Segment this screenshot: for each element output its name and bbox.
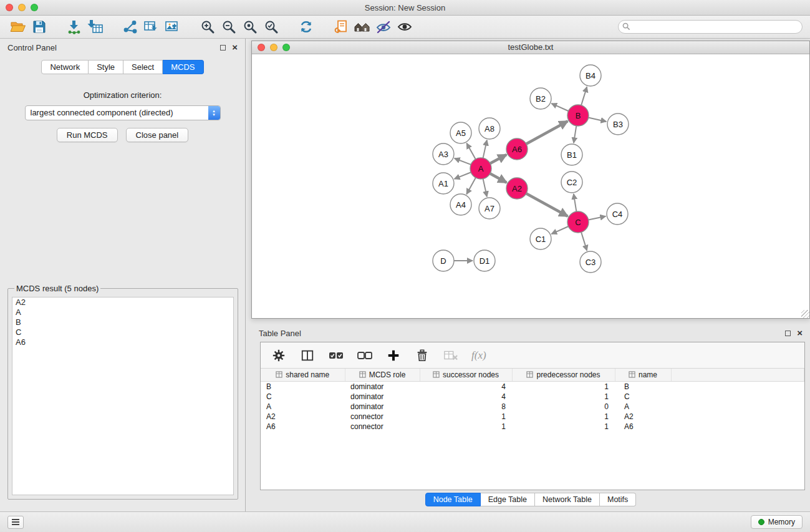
edge-A-A5[interactable] [466,143,475,160]
import-network-icon[interactable] [64,17,85,36]
column-selector-icon[interactable] [299,347,316,364]
table-row[interactable]: Adominator80A [261,402,804,412]
result-list-item[interactable]: A [12,307,233,317]
edge-A-A2[interactable] [490,173,507,183]
edge-A6-B[interactable] [526,121,568,144]
edge-C-C1[interactable] [551,226,568,234]
edge-A-A3[interactable] [455,158,471,165]
node-A8[interactable]: A8 [479,118,500,139]
close-panel-button[interactable]: Close panel [126,128,189,142]
network-share-icon[interactable] [120,17,141,36]
node-C3[interactable]: C3 [580,251,601,273]
edge-B-B2[interactable] [551,104,568,111]
node-C2[interactable]: C2 [561,172,582,193]
node-A7[interactable]: A7 [479,198,500,219]
column-header-successor-nodes[interactable]: successor nodes [420,369,512,381]
delete-table-icon[interactable] [443,347,459,364]
tab-node-table[interactable]: Node Table [425,493,481,506]
tab-style[interactable]: Style [89,60,123,74]
close-button[interactable] [6,4,13,11]
edge-C-C2[interactable] [574,194,577,211]
result-list-item[interactable]: A6 [12,337,233,347]
edge-A-A4[interactable] [466,178,476,195]
mcds-result-list[interactable]: A2ABCA6 [12,297,234,495]
result-list-item[interactable]: A2 [12,297,233,307]
node-A4[interactable]: A4 [450,194,471,215]
node-B1[interactable]: B1 [561,144,582,165]
edge-C-C3[interactable] [581,232,587,251]
function-builder-button[interactable]: f(x) [471,349,486,362]
status-menu-button[interactable] [7,516,24,529]
node-A2[interactable]: A2 [506,178,528,199]
tab-edge-table[interactable]: Edge Table [481,493,535,506]
window-resize-grip[interactable] [801,310,809,318]
houses-icon[interactable] [352,17,373,36]
node-D1[interactable]: D1 [474,250,495,271]
column-header-mcds-role[interactable]: MCDS role [345,369,420,381]
import-table-icon[interactable] [85,17,106,36]
edge-B-B1[interactable] [574,126,576,143]
search-input[interactable] [618,20,803,34]
select-all-rows-icon[interactable] [328,347,344,364]
edge-C-C4[interactable] [589,216,606,220]
hide-graphics-icon[interactable] [373,17,394,36]
run-mcds-button[interactable]: Run MCDS [57,128,118,142]
deselect-all-rows-icon[interactable] [357,347,373,364]
edge-A-A6[interactable] [490,155,506,163]
network-zoom-button[interactable] [282,44,290,51]
edge-A2-C[interactable] [526,193,568,216]
network-close-button[interactable] [258,44,265,51]
table-row[interactable]: Cdominator41C [261,392,804,402]
result-list-item[interactable]: C [12,327,233,337]
copy-style-icon[interactable] [330,17,352,36]
edge-B-B4[interactable] [581,87,587,105]
edge-A-A8[interactable] [483,140,487,158]
node-D[interactable]: D [433,250,454,271]
edge-A-A1[interactable] [455,172,471,179]
add-column-icon[interactable] [385,347,402,364]
column-header-shared-name[interactable]: shared name [261,369,345,381]
node-A5[interactable]: A5 [450,122,471,143]
node-A6[interactable]: A6 [506,138,528,160]
tab-mcds[interactable]: MCDS [163,60,203,74]
zoom-fit-icon[interactable] [239,17,261,36]
zoom-in-icon[interactable] [197,17,218,36]
open-session-icon[interactable] [7,17,29,36]
network-minimize-button[interactable] [270,44,277,51]
tab-network[interactable]: Network [41,60,89,74]
node-B3[interactable]: B3 [607,114,629,135]
node-A[interactable]: A [470,158,491,179]
column-header-predecessor-nodes[interactable]: predecessor nodes [512,369,615,381]
zoom-out-icon[interactable] [218,17,239,36]
tab-motifs[interactable]: Motifs [600,493,636,506]
memory-button[interactable]: Memory [751,515,803,529]
result-list-item[interactable]: B [12,317,233,327]
export-image-icon[interactable] [162,17,183,36]
node-table[interactable]: shared nameMCDS rolesuccessor nodesprede… [261,369,804,490]
float-panel-icon[interactable] [220,45,226,51]
show-details-eye-icon[interactable] [394,17,415,36]
node-C[interactable]: C [567,211,589,233]
node-B2[interactable]: B2 [530,88,551,109]
table-row[interactable]: A2connector11A2 [261,412,804,422]
close-panel-icon[interactable]: × [232,44,238,51]
tab-select[interactable]: Select [123,60,163,74]
node-B4[interactable]: B4 [580,65,601,86]
table-row[interactable]: Bdominator41B [261,381,804,392]
node-A1[interactable]: A1 [433,173,454,194]
new-network-table-icon[interactable] [141,17,162,36]
node-C4[interactable]: C4 [607,203,628,225]
table-row[interactable]: A6connector11A6 [261,422,804,432]
delete-column-trash-icon[interactable] [414,347,430,364]
network-canvas[interactable]: AA1A2A3A4A5A6A7A8BB1B2B3B4CC1C2C3C4DD1 [252,54,809,318]
tab-network-table[interactable]: Network Table [535,493,600,506]
node-B[interactable]: B [567,105,589,126]
save-session-icon[interactable] [29,17,50,36]
zoom-button[interactable] [31,4,38,11]
zoom-selected-icon[interactable] [261,17,282,36]
apply-layout-icon[interactable] [296,17,317,36]
node-C1[interactable]: C1 [530,228,551,249]
edge-A-A7[interactable] [483,179,487,197]
minimize-button[interactable] [18,4,26,11]
float-table-panel-icon[interactable] [785,331,791,336]
